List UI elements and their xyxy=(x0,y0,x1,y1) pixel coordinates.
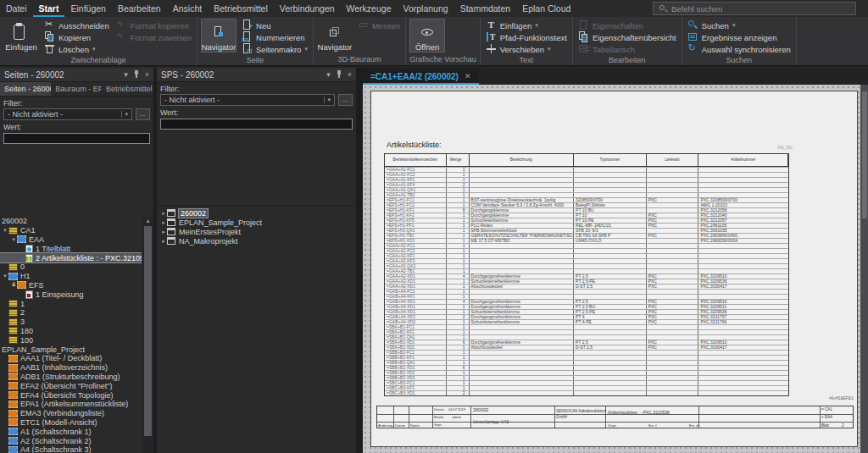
tree-item-adb1-strukturbeschreibung[interactable]: ADB1 (Strukturbeschreibung) xyxy=(0,373,142,382)
tree-item-epa1-artikelsummenst-ckliste[interactable]: EPA1 (Artikelsummenstückliste) xyxy=(0,400,142,409)
scroll-up-icon[interactable]: ▲ xyxy=(142,217,153,225)
auswahl-synchronisieren-button[interactable]: Auswahl synchronisieren xyxy=(686,43,793,55)
tree-item-eplan-sample-project[interactable]: EPLAN_Sample_Project xyxy=(0,345,142,354)
tree-item-1[interactable]: 1 xyxy=(0,299,142,308)
l-schen-button[interactable]: Löschen▾ xyxy=(42,43,111,55)
navigator-button[interactable]: Navigator xyxy=(201,19,236,52)
table-cell: 1 xyxy=(447,203,470,207)
menu-item-werkzeuge[interactable]: Werkzeuge xyxy=(341,0,398,17)
tree-item-h1[interactable]: ▾H1 xyxy=(0,272,142,281)
editor-splitter[interactable] xyxy=(356,68,363,453)
panel-tab-betriebsmittel[interactable]: Betriebsmittel ... xyxy=(102,82,153,96)
suchen-button[interactable]: Suchen▾ xyxy=(686,19,793,31)
menu-item-eplan-cloud[interactable]: Eplan Cloud xyxy=(516,0,576,17)
expand-icon[interactable]: ▾ xyxy=(2,273,8,279)
tree-item-efs[interactable]: ▾&EFS xyxy=(0,281,142,290)
expand-icon[interactable]: ▸ xyxy=(160,229,167,235)
verschieben-button[interactable]: Verschieben▾ xyxy=(484,43,569,55)
expand-icon[interactable]: ▸ xyxy=(160,219,167,226)
command-search-input[interactable]: Befehl suchen xyxy=(653,2,856,15)
panel-menu-chevron-icon[interactable]: ▾ xyxy=(124,71,128,79)
menu-item-verbindungen[interactable]: Verbindungen xyxy=(274,0,341,17)
sps-item-na-makroprojekt[interactable]: ▸NA_Makroprojekt xyxy=(157,236,356,246)
pin-icon[interactable] xyxy=(336,70,342,79)
tree-item-260002[interactable]: 260002 xyxy=(0,217,142,226)
tree-item-1-titelblatt[interactable]: 1 Titelblatt xyxy=(0,244,142,253)
table-cell xyxy=(574,249,647,253)
tree-item-aab1-inhaltsverzeichnis[interactable]: AAB1 (Inhaltsverzeichnis) xyxy=(0,363,142,373)
nummerieren-button[interactable]: Nummerieren xyxy=(240,31,309,43)
einf-gen-button[interactable]: Einfügen xyxy=(3,19,39,52)
filter-dropdown[interactable]: - Nicht aktiviert - ▾ xyxy=(160,94,335,106)
tree-item-ca1[interactable]: ▾CA1 xyxy=(0,226,142,235)
tree-item-a4-schaltschrank-3[interactable]: A4 (Schaltschrank 3) xyxy=(0,445,142,453)
einf-gen-button[interactable]: Einfügen▾ xyxy=(484,19,569,31)
close-icon[interactable]: × xyxy=(145,71,149,79)
ffnen-button[interactable]: Öffnen xyxy=(409,19,445,52)
menu-item-einf-gen[interactable]: Einfügen xyxy=(64,0,111,17)
neu-button[interactable]: Neu xyxy=(240,19,309,31)
panel-tab-bauraum-ep[interactable]: Bauraum - EP... xyxy=(51,82,102,96)
close-icon[interactable]: ✕ xyxy=(465,72,471,80)
pin-icon[interactable] xyxy=(133,70,140,79)
tree-item-a1-schaltschrank-1[interactable]: A1 (Schaltschrank 1) xyxy=(0,427,142,436)
scrollbar-thumb[interactable] xyxy=(144,226,152,436)
pfad-funktionstext-button[interactable]: Pfad-Funktionstext xyxy=(484,31,569,43)
wert-input[interactable] xyxy=(3,133,150,144)
tree-item-aaa1-titel-deckblatt[interactable]: AAA1 (Titel- / Deckblatt) xyxy=(0,354,142,363)
expand-icon[interactable]: ▾ xyxy=(10,236,17,243)
scrollbar-thumb[interactable] xyxy=(862,91,867,218)
panel-splitter[interactable] xyxy=(155,68,157,453)
tree-item-3[interactable]: 3 xyxy=(0,318,142,327)
navigator-button[interactable]: Navigator xyxy=(317,19,353,52)
tree-item-100[interactable]: 100 xyxy=(0,335,142,345)
sps-item-meinerstesprojekt[interactable]: ▸MeinErstesProjekt xyxy=(157,227,356,236)
table-row: =GAA+A2-KF31 xyxy=(385,258,788,263)
menu-item-stammdaten[interactable]: Stammdaten xyxy=(454,0,517,17)
panel-menu-chevron-icon[interactable]: ▾ xyxy=(326,71,331,79)
menu-item-bearbeiten[interactable]: Bearbeiten xyxy=(112,0,167,17)
filter-browse-button[interactable]: ... xyxy=(136,108,150,120)
table-cell xyxy=(574,183,647,187)
menu-item-betriebsmittel[interactable]: Betriebsmittel xyxy=(208,0,274,17)
table-cell xyxy=(470,188,574,192)
tree-item-efa2-bersicht-profinet[interactable]: EFA2 (Übersicht "Profinet") xyxy=(0,381,142,390)
tree-item-a2-schaltschrank-2[interactable]: A2 (Schaltschrank 2) xyxy=(0,436,142,445)
tree-item-180[interactable]: 180 xyxy=(0,327,142,336)
table-cell xyxy=(647,371,699,375)
tree-item-etc1-modell-ansicht[interactable]: ETC1 (Modell-Ansicht) xyxy=(0,418,142,428)
menu-item-start[interactable]: Start xyxy=(33,0,65,17)
panel-tab-seiten-260002[interactable]: Seiten - 260002 xyxy=(0,82,51,96)
expand-icon[interactable]: ▸ xyxy=(160,238,167,245)
menu-item-datei[interactable]: Datei xyxy=(0,0,33,17)
tree-item-2[interactable]: 2 xyxy=(0,308,142,318)
filter-dropdown[interactable]: - Nicht aktiviert - ▾ xyxy=(3,108,132,120)
menu-item-ansicht[interactable]: Ansicht xyxy=(167,0,208,17)
sps-item-eplan-sample-project[interactable]: ▸EPLAN_Sample_Project xyxy=(157,218,356,227)
pages-panel: Seiten - 260002 ▾ × Seiten - 260002Baura… xyxy=(0,68,155,453)
sps-item-260002[interactable]: ▸260002 xyxy=(157,208,356,218)
expand-icon[interactable]: ▸ xyxy=(160,210,167,217)
title-block: Datum04.07.2019Bearb.adminGepr.260002Umw… xyxy=(376,406,854,428)
canvas-vscrollbar[interactable] xyxy=(860,85,868,453)
editor-tab[interactable]: =CA1+EAA/2 (260002) ✕ xyxy=(363,68,479,85)
ausschneiden-button[interactable]: Ausschneiden xyxy=(42,19,111,31)
wert-input[interactable] xyxy=(160,119,353,130)
seitenmakro-button[interactable]: Seitenmakro▾ xyxy=(240,43,309,55)
kopieren-button[interactable]: Kopieren xyxy=(42,31,111,43)
tree-item-eaa[interactable]: ▾EAA xyxy=(0,235,142,245)
ergebnisse-anzeigen-button[interactable]: Ergebnisse anzeigen xyxy=(686,31,793,43)
tree-item-efa4-bersicht-topologie[interactable]: EFA4 (Übersicht Topologie) xyxy=(0,390,142,400)
close-icon[interactable]: × xyxy=(348,71,352,79)
tree-item-1-einspeisung[interactable]: 1 Einspeisung xyxy=(0,290,142,299)
menu-item-vorplanung[interactable]: Vorplanung xyxy=(397,0,453,17)
tree-item-ema3-verbindungsliste[interactable]: EMA3 (Verbindungsliste) xyxy=(0,409,142,418)
expand-icon[interactable]: ▾ xyxy=(2,227,8,234)
tree-item-2-artikelst-ckliste-pxc-3210538[interactable]: 2 Artikelstückliste : - PXC.3210538 xyxy=(0,253,142,262)
pages-tree-vscrollbar[interactable]: ▲ ▼ xyxy=(142,217,153,453)
pages-panel-tabs: Seiten - 260002Bauraum - EP...Betriebsmi… xyxy=(0,82,153,97)
eigenschaften-bersicht-button[interactable]: Eigenschaftenübersicht xyxy=(576,31,678,43)
filter-browse-button[interactable]: ... xyxy=(338,94,353,106)
table-cell: CB TM1 6A SFB P xyxy=(574,234,647,238)
tree-item-0[interactable]: 0 xyxy=(0,262,142,272)
